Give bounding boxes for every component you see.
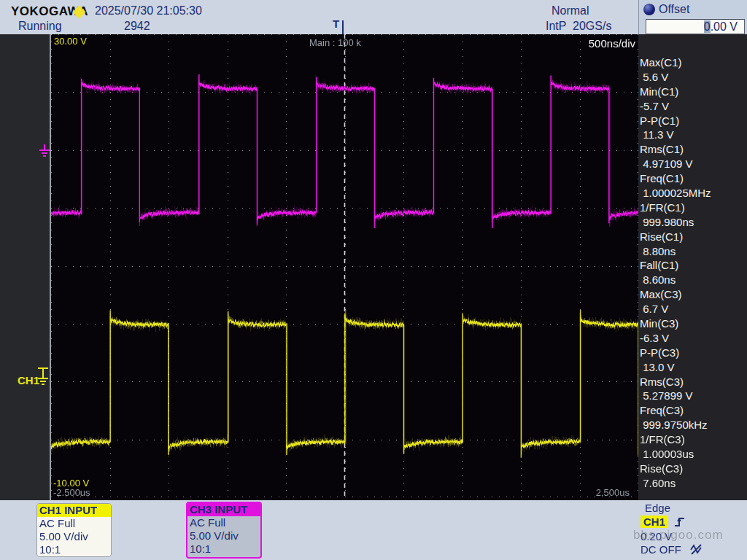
measurement-value: 7.60ns [638, 476, 747, 491]
measurement-label: Fall(C1) [638, 258, 747, 273]
measurement-label: Rise(C1) [638, 230, 747, 244]
offset-label: Offset [659, 3, 689, 16]
measurement-label: Rise(C3) [638, 462, 747, 476]
rising-edge-icon[interactable] [673, 516, 686, 529]
knob-icon[interactable] [643, 4, 655, 15]
measurement-value: 6.7 V [638, 302, 747, 316]
ch3-input-box[interactable]: CH3 INPUT AC Full 5.00 V/div 10:1 [186, 502, 262, 559]
waveform-canvas [51, 34, 638, 497]
trigger-mode: Normal [551, 4, 589, 18]
trigger-position-marker[interactable]: T [333, 18, 339, 30]
measurement-value: 1.00003us [638, 447, 747, 462]
trigger-position-stem[interactable] [342, 20, 344, 34]
interp-sample-rate: IntP 20GS/s [546, 20, 611, 33]
ch1-input-title: CH1 INPUT [37, 504, 111, 517]
measurement-label: Min(C1) [638, 85, 747, 99]
ch3-coupling: AC Full [187, 516, 260, 529]
measurement-value: -6.3 V [638, 331, 747, 346]
ch3-scale: 5.00 V/div [187, 529, 260, 542]
measurement-value: 5.27899 V [638, 389, 747, 403]
measurement-label: P-P(C1) [638, 114, 747, 128]
measurement-label: P-P(C3) [638, 346, 747, 360]
waveform-display: 30.00 V Main : 100 k 500ns/div -10.00 V … [51, 34, 638, 500]
measurements-list: Max(C1) 5.6 VMin(C1)-5.7 VP-P(C1) 11.3 V… [638, 55, 747, 491]
coupling-off-icon [689, 543, 704, 556]
watermark: bbs.pigoo.com [633, 528, 747, 542]
record-length: Main : 100 k [309, 37, 361, 48]
measurement-label: 1/FR(C1) [638, 201, 747, 215]
ch1-coupling: AC Full [37, 517, 111, 530]
measurement-label: Rms(C3) [638, 375, 747, 389]
measurement-value: 13.0 V [638, 360, 747, 375]
ch3-ground-icon[interactable] [38, 144, 51, 161]
measurement-label: Freq(C3) [638, 403, 747, 418]
edge-coupling-value[interactable]: DC OFF [640, 543, 681, 556]
acquisition-count: 2942 [124, 20, 150, 33]
oscilloscope-screen: YOKOGAWA 2025/07/30 21:05:30 Running 294… [0, 0, 747, 560]
timebase-label: 500ns/div [589, 37, 635, 50]
measurement-label: Max(C3) [638, 287, 747, 302]
ch1-probe: 10:1 [37, 543, 111, 556]
measurement-value: 4.97109 V [638, 157, 747, 171]
ch1-ground-icon[interactable] [36, 366, 50, 388]
measurement-label: Rms(C1) [638, 142, 747, 157]
edge-title: Edge [645, 502, 670, 514]
edge-source-button[interactable]: CH1 [640, 516, 668, 528]
ch3-input-title: CH3 INPUT [187, 503, 260, 516]
measurement-value: 1.000025MHz [638, 186, 747, 201]
time-axis-left: -2.500us [53, 487, 90, 498]
offset-cursor-digit: 0 [704, 20, 711, 33]
measurement-value: 5.6 V [638, 70, 747, 85]
ch3-probe: 10:1 [187, 542, 260, 556]
vertical-top-scale: 30.00 V [54, 36, 87, 47]
offset-value-field[interactable]: 0.00 V [646, 19, 745, 34]
measurement-value: -5.7 V [638, 99, 747, 114]
offset-panel: Offset 0.00 V [638, 0, 747, 34]
measurement-label: Min(C3) [638, 316, 747, 331]
offset-value-rest: .00 V [711, 20, 738, 33]
datetime: 2025/07/30 21:05:30 [95, 4, 202, 18]
measurement-value: 11.3 V [638, 128, 747, 142]
acquisition-status: Running [18, 20, 62, 33]
top-status-bar: YOKOGAWA 2025/07/30 21:05:30 Running 294… [0, 0, 638, 34]
measurement-value: 8.80ns [638, 244, 747, 259]
left-margin-column: CH1 [0, 34, 51, 500]
measurement-value: 999.9750kHz [638, 418, 747, 432]
ch1-input-box[interactable]: CH1 INPUT AC Full 5.00 V/div 10:1 [36, 503, 112, 557]
measurement-value: 8.60ns [638, 273, 747, 287]
time-axis-right: 2.500us [596, 487, 630, 498]
measurement-value: 999.980ns [638, 215, 747, 230]
measurement-label: 1/FR(C3) [638, 432, 747, 447]
measurement-label: Max(C1) [638, 55, 747, 70]
ch1-scale: 5.00 V/div [37, 530, 111, 543]
measurements-panel: Max(C1) 5.6 VMin(C1)-5.7 VP-P(C1) 11.3 V… [638, 34, 747, 502]
measurement-label: Freq(C1) [638, 171, 747, 186]
